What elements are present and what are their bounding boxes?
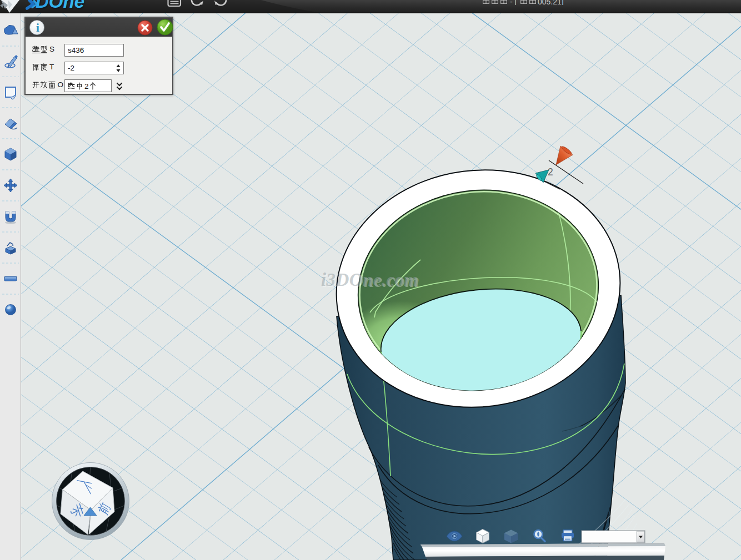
svg-text:i3DOne.com: i3DOne.com <box>321 270 418 290</box>
svg-text:O: O <box>58 80 64 89</box>
svg-text:- [: - [ <box>510 0 517 5</box>
svg-text:005.21]: 005.21] <box>538 0 564 5</box>
svg-text:S: S <box>49 45 54 53</box>
svg-text:T: T <box>49 63 54 71</box>
svg-text:2: 2 <box>548 167 553 178</box>
svg-text:2: 2 <box>84 82 89 90</box>
